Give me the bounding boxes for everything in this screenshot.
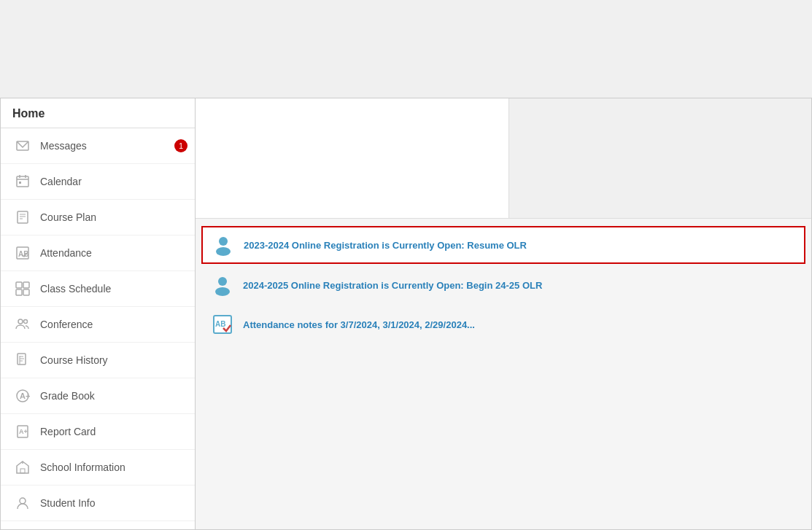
message-item-2[interactable]: AB Attendance notes for 3/7/2024, 3/1/20… [196,305,811,344]
svg-point-34 [219,237,228,246]
attendance-label: Attendance [40,247,183,259]
svg-rect-12 [16,282,22,288]
content-top [196,98,811,219]
course-plan-icon [12,207,33,227]
report-card-label: Report Card [40,426,183,437]
message-text-2: Attendance notes for 3/7/2024, 3/1/2024,… [243,319,475,330]
svg-text:A+: A+ [19,428,28,435]
sidebar-item-school-information[interactable]: School Information [1,450,195,486]
messages-badge: 1 [174,139,187,152]
svg-rect-5 [19,182,21,184]
grade-book-icon: A+ [12,386,33,406]
message-person-icon-1 [211,273,234,297]
svg-rect-28 [20,469,25,473]
page-wrapper: Home Messages 1 [0,0,812,530]
message-att-icon-2: AB [211,313,234,336]
calendar-icon [12,171,33,192]
svg-rect-15 [23,289,29,295]
messages-label: Messages [40,140,183,152]
svg-rect-13 [23,282,29,288]
sidebar-item-calendar[interactable]: Calendar [1,164,195,200]
course-history-label: Course History [40,354,183,366]
message-person-icon-0 [212,233,235,257]
message-text-0: 2023-2024 Online Registration is Current… [244,240,527,251]
main-area: Home Messages 1 [0,98,812,530]
svg-text:AB: AB [18,250,28,258]
top-bar [0,0,812,98]
sidebar-item-attendance[interactable]: AB Attendance [1,235,195,271]
class-schedule-label: Class Schedule [40,283,183,295]
svg-point-17 [24,320,28,324]
content-top-right-panel [509,98,811,218]
calendar-label: Calendar [40,176,183,187]
svg-point-16 [18,319,23,324]
sidebar-item-documents[interactable]: Documents [1,521,195,530]
sidebar-item-course-plan[interactable]: Course Plan [1,200,195,235]
school-information-icon [12,457,33,478]
sidebar-title: Home [1,98,195,128]
svg-point-37 [218,277,227,286]
content-area: 2023-2024 Online Registration is Current… [196,98,812,530]
content-top-left-panel [196,98,509,218]
message-item-1[interactable]: 2024-2025 Online Registration is Current… [196,265,811,305]
svg-rect-1 [17,176,28,187]
sidebar-item-report-card[interactable]: A+ Report Card [1,414,195,450]
report-card-icon: A+ [12,421,33,442]
sidebar-item-student-info[interactable]: Student Info [1,486,195,521]
course-plan-label: Course Plan [40,211,183,223]
sidebar-item-conference[interactable]: Conference [1,307,195,343]
school-information-label: School Information [40,461,183,473]
svg-text:A+: A+ [20,391,30,400]
message-item-0[interactable]: 2023-2024 Online Registration is Current… [201,226,805,264]
class-schedule-icon [12,278,33,299]
messages-list: 2023-2024 Online Registration is Current… [196,219,811,350]
svg-rect-14 [16,289,22,295]
svg-text:AB: AB [215,320,225,328]
svg-rect-19 [19,356,20,365]
grade-book-label: Grade Book [40,390,183,402]
message-text-1: 2024-2025 Online Registration is Current… [243,280,542,291]
conference-label: Conference [40,319,183,330]
student-info-icon [12,493,33,513]
svg-point-29 [20,498,26,504]
sidebar-item-class-schedule[interactable]: Class Schedule [1,271,195,307]
conference-icon [12,314,33,335]
attendance-icon: AB [12,243,33,263]
sidebar-item-course-history[interactable]: Course History [1,343,195,378]
course-history-icon [12,350,33,370]
messages-icon [12,136,33,156]
student-info-label: Student Info [40,497,183,509]
sidebar-item-messages[interactable]: Messages 1 [1,128,195,164]
sidebar-item-grade-book[interactable]: A+ Grade Book [1,378,195,414]
svg-rect-6 [18,211,28,223]
sidebar: Home Messages 1 [0,98,196,530]
